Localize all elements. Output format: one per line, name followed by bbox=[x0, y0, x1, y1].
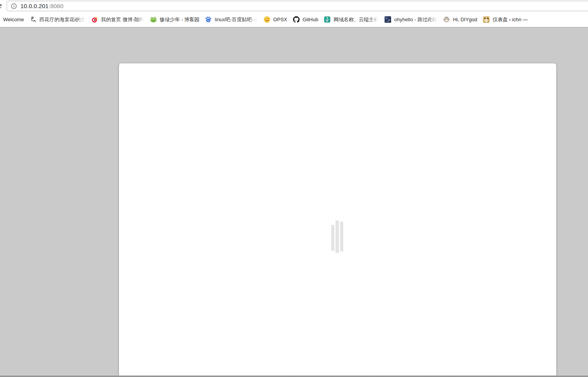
bookmark-item-tieba[interactable]: linux吧-百度贴吧--J bbox=[205, 16, 258, 23]
bookmark-label: 西花厅的海棠花i的主 bbox=[39, 16, 86, 23]
loading-bar bbox=[336, 221, 339, 253]
monkey-avatar-icon bbox=[443, 16, 450, 23]
loading-bar bbox=[340, 222, 343, 251]
smiley-icon bbox=[264, 16, 270, 23]
browser-toolbar: 10.0.0.201:8080 bbox=[0, 0, 588, 12]
bookmark-label: Hi, DIYgod bbox=[453, 17, 477, 22]
content-card bbox=[119, 63, 556, 377]
bookmark-label: GitHub bbox=[303, 17, 318, 22]
bookmark-label: 仪表盘 ‹ ichn — bbox=[493, 16, 528, 23]
baidu-paw-icon bbox=[205, 16, 212, 23]
weibo-icon bbox=[92, 16, 98, 23]
window-bottom-edge bbox=[0, 375, 588, 377]
bookmark-item-github[interactable]: GitHub bbox=[293, 16, 318, 23]
bookmark-item-xihuating[interactable]: 西花厅的海棠花i的主 bbox=[30, 16, 86, 23]
bookmark-label: 我的首页 微博-随时 bbox=[101, 16, 144, 23]
bookmark-item-ohyhello[interactable]: ohyhello - 路过此站 bbox=[385, 16, 437, 23]
loading-spinner bbox=[331, 221, 343, 253]
bookmark-item-opsx[interactable]: OPSX bbox=[264, 16, 287, 23]
frog-icon bbox=[150, 16, 157, 23]
bookmark-label: ohyhello - 路过此站 bbox=[394, 16, 437, 23]
bookmark-label: OPSX bbox=[273, 17, 287, 22]
url-port: :8080 bbox=[49, 3, 64, 9]
photo-thumbnail-icon bbox=[385, 16, 391, 23]
page-background bbox=[0, 27, 588, 375]
bookmark-label: 网域名称、云端主机 bbox=[334, 16, 379, 23]
bookmark-item-gandi[interactable]: 网域名称、云端主机 bbox=[324, 16, 379, 23]
bookmarks-bar: Welcome 西花厅的海棠花i的主 我的首页 微博-随时 bbox=[0, 12, 588, 27]
dog-avatar-icon bbox=[483, 16, 490, 23]
bookmark-label: 惨绿少年 - 博客园 bbox=[160, 16, 200, 23]
bookmark-label: linux吧-百度贴吧--J bbox=[215, 16, 258, 23]
url-host: 10.0.0.201 bbox=[20, 3, 49, 9]
signature-icon bbox=[30, 16, 36, 23]
url-text: 10.0.0.201:8080 bbox=[20, 3, 63, 9]
bookmark-item-weibo[interactable]: 我的首页 微博-随时 bbox=[92, 16, 144, 23]
github-icon bbox=[293, 16, 300, 23]
reload-icon[interactable] bbox=[0, 3, 3, 10]
bookmark-item-welcome[interactable]: Welcome bbox=[3, 17, 24, 22]
bookmark-item-diygod[interactable]: Hi, DIYgod bbox=[443, 16, 477, 23]
bookmark-item-cnblogs[interactable]: 惨绿少年 - 博客园 bbox=[150, 16, 200, 23]
loading-bar bbox=[331, 225, 334, 251]
info-icon[interactable] bbox=[11, 3, 17, 9]
address-bar[interactable]: 10.0.0.201:8080 bbox=[7, 1, 588, 11]
gandi-icon bbox=[324, 16, 330, 23]
bookmark-item-ichn-dashboard[interactable]: 仪表盘 ‹ ichn — bbox=[483, 16, 528, 23]
bookmark-label: Welcome bbox=[3, 17, 24, 22]
